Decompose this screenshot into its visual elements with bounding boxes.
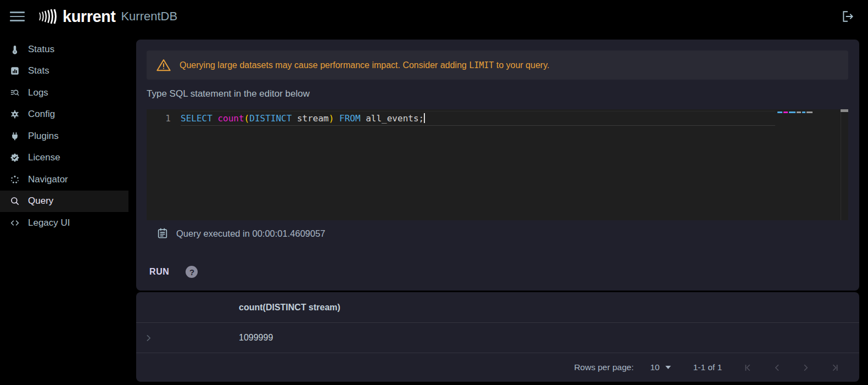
rows-per-page-label: Rows per page:: [574, 362, 634, 372]
gear-icon: [10, 109, 20, 119]
search-icon: [10, 196, 20, 206]
sidebar-item-config[interactable]: Config: [0, 104, 128, 126]
column-header: count(DISTINCT stream): [239, 303, 340, 313]
code-brackets-icon: [10, 218, 20, 228]
menu-icon[interactable]: [10, 12, 25, 21]
next-page-button[interactable]: [791, 362, 820, 373]
sidebar-item-status[interactable]: Status: [0, 38, 128, 60]
editor-instruction: Type SQL statement in the editor below: [147, 88, 848, 101]
last-page-button[interactable]: [820, 362, 848, 373]
sidebar-item-label: Plugins: [28, 131, 59, 142]
chevron-right-icon: [800, 362, 811, 373]
sidebar-item-navigator[interactable]: Navigator: [0, 169, 128, 191]
sidebar-item-label: Logs: [28, 87, 48, 98]
warning-triangle-icon: [155, 58, 172, 73]
query-execution-status: Query executed in 00:00:01.4609057: [147, 227, 848, 240]
sql-token: stream: [292, 113, 328, 124]
sidebar-item-label: Stats: [28, 65, 49, 76]
pagination-controls: [734, 362, 848, 373]
sidebar: Status Stats Logs: [0, 33, 128, 385]
text-cursor: [424, 113, 425, 123]
editor-scrollbar[interactable]: [841, 109, 848, 220]
sidebar-item-label: Navigator: [28, 174, 68, 185]
sidebar-item-plugins[interactable]: Plugins: [0, 125, 128, 147]
sql-token: ): [329, 113, 334, 124]
chevron-right-icon: [144, 333, 153, 343]
sidebar-item-label: Status: [28, 44, 54, 55]
sidebar-item-license[interactable]: License: [0, 147, 128, 169]
editor-line-number: 1: [147, 109, 181, 220]
brand-logo: kurrent: [38, 8, 115, 25]
rows-per-page-value: 10: [650, 362, 659, 372]
topbar: kurrent KurrentDB: [0, 0, 868, 33]
sql-code-line: SELECT count(DISTINCT stream) FROM all_e…: [181, 111, 775, 126]
sql-token: DISTINCT: [249, 113, 292, 124]
warning-banner: Querying large datasets may cause perfor…: [147, 51, 848, 80]
product-title: KurrentDB: [121, 9, 177, 24]
sidebar-item-stats[interactable]: Stats: [0, 60, 128, 82]
logout-icon: [841, 9, 855, 24]
sql-token: [334, 113, 339, 124]
sidebar-item-label: Legacy UI: [28, 217, 70, 228]
first-page-icon: [743, 362, 754, 373]
sidebar-item-query[interactable]: Query: [0, 191, 128, 213]
license-badge-icon: [10, 153, 20, 163]
sql-token: SELECT: [181, 113, 217, 124]
editor-minimap[interactable]: [775, 109, 841, 220]
brand-wordmark: kurrent: [63, 9, 115, 25]
navigator-dots-icon: [10, 175, 20, 185]
row-expand-button[interactable]: [144, 333, 153, 343]
bar-chart-icon: [10, 66, 20, 76]
thermometer-icon: [10, 44, 20, 54]
sidebar-item-label: Config: [28, 109, 55, 120]
results-header-row: count(DISTINCT stream): [136, 292, 859, 323]
logout-button[interactable]: [841, 9, 855, 24]
row-value: 1099999: [239, 333, 273, 343]
sql-token: (: [244, 113, 250, 124]
editor-code-area[interactable]: SELECT count(DISTINCT stream) FROM all_e…: [181, 109, 775, 220]
warning-code-limit: LIMIT: [469, 60, 494, 70]
sql-editor[interactable]: 1 SELECT count(DISTINCT stream) FROM all…: [147, 109, 848, 220]
help-icon[interactable]: ?: [186, 266, 198, 278]
table-row[interactable]: 1099999: [136, 323, 859, 353]
chevron-down-icon: [665, 366, 671, 369]
sidebar-item-legacy-ui[interactable]: Legacy UI: [0, 212, 128, 234]
previous-page-button[interactable]: [763, 362, 791, 373]
sidebar-item-label: License: [28, 152, 60, 163]
rows-per-page-select[interactable]: 10: [650, 362, 671, 372]
results-table: count(DISTINCT stream) 1099999 Rows per …: [136, 292, 859, 382]
chevron-left-icon: [772, 362, 782, 373]
sidebar-item-logs[interactable]: Logs: [0, 82, 128, 104]
warning-text: Querying large datasets may cause perfor…: [180, 60, 550, 70]
execution-time-text: Query executed in 00:00:01.4609057: [176, 228, 326, 239]
main-content: Querying large datasets may cause perfor…: [128, 33, 868, 385]
last-page-icon: [829, 362, 839, 373]
pagination-range: 1-1 of 1: [693, 362, 722, 372]
sidebar-item-label: Query: [28, 196, 53, 207]
sql-token: FROM: [339, 113, 361, 124]
run-button[interactable]: RUN: [149, 267, 169, 277]
minimap-code-line: [777, 111, 813, 113]
sql-token: count: [217, 113, 244, 124]
scrollbar-thumb[interactable]: [841, 109, 848, 112]
log-search-icon: [10, 88, 20, 98]
sql-token: all_events;: [361, 113, 424, 124]
pagination-bar: Rows per page: 10 1-1 of 1: [136, 353, 859, 382]
kurrent-waves-icon: [38, 8, 58, 25]
first-page-button[interactable]: [734, 362, 763, 373]
plug-icon: [10, 131, 20, 141]
query-panel: Querying large datasets may cause perfor…: [136, 40, 859, 291]
query-actions: RUN ?: [147, 265, 848, 278]
schedule-icon: [156, 227, 169, 240]
